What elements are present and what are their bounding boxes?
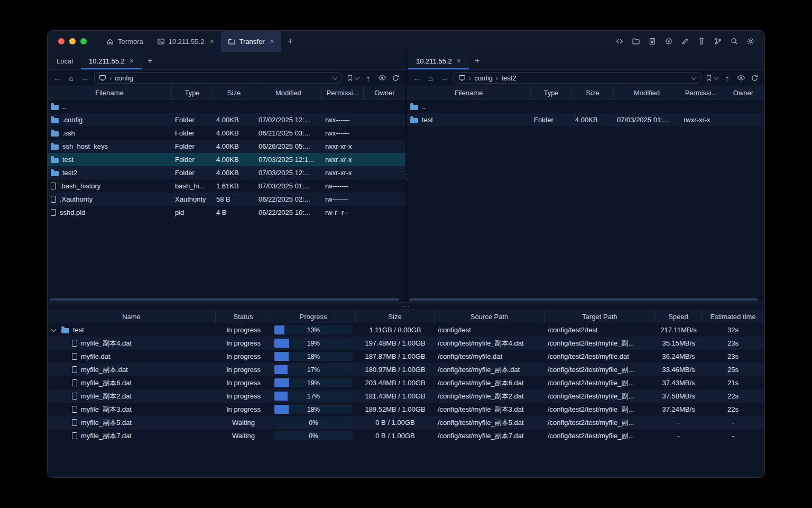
close-window-button[interactable] [58, 38, 64, 44]
filename-label: .Xauthority [60, 195, 93, 203]
column-header-owner[interactable]: Owner [722, 86, 764, 99]
column-header-permissions[interactable]: Permissi... [322, 86, 364, 99]
eye-icon[interactable] [377, 74, 386, 82]
up-directory-button[interactable]: ↑ [723, 74, 732, 82]
transfer-row[interactable]: myfile_副本5.datWaiting0%0 B / 1.00GB/conf… [48, 416, 764, 429]
path-breadcrumb[interactable]: › config [94, 72, 342, 84]
column-header-name[interactable]: Name [48, 310, 216, 323]
column-header-modified[interactable]: Modified [255, 86, 322, 99]
column-header-target-path[interactable]: Target Path [545, 310, 656, 323]
filename-label: .config [62, 116, 82, 124]
document-icon[interactable] [648, 37, 657, 46]
pencil-icon[interactable] [681, 37, 689, 46]
chevron-down-icon[interactable] [333, 75, 338, 80]
pane-new-tab-button[interactable]: + [142, 52, 158, 69]
column-header-estimated-time[interactable]: Estimated time [702, 310, 764, 323]
chevron-down-icon[interactable] [691, 75, 697, 80]
transfer-splitter[interactable] [48, 302, 764, 310]
column-header-type[interactable]: Type [172, 86, 213, 99]
horizontal-scrollbar[interactable] [409, 298, 758, 301]
estimated-time-cell: 21s [702, 379, 764, 387]
transfer-row[interactable]: myfile_副本6.datIn progress19%203.48MB / 1… [48, 376, 764, 389]
settings-icon[interactable] [746, 37, 755, 46]
column-header-permissions[interactable]: Permissi... [680, 86, 722, 99]
breadcrumb-segment[interactable]: test2 [501, 74, 516, 82]
back-button[interactable]: ← [412, 74, 421, 82]
code-icon[interactable] [615, 37, 624, 46]
branch-icon[interactable] [714, 37, 722, 46]
close-tab-icon[interactable]: × [209, 38, 214, 45]
file-row[interactable]: sshd.pidpid4 B06/22/2025 10:...rw-r--r-- [48, 206, 405, 219]
transfer-row[interactable]: myfile_副本4.datIn progress19%197.48MB / 1… [48, 337, 764, 350]
record-icon[interactable] [665, 37, 673, 46]
file-row[interactable]: testFolder4.00KB07/03/2025 12:1...rwxr-x… [48, 153, 405, 166]
column-header-status[interactable]: Status [216, 310, 271, 323]
close-tab-icon[interactable]: × [270, 38, 274, 45]
breadcrumb-segment[interactable]: config [115, 74, 133, 82]
file-row[interactable]: .. [48, 100, 405, 113]
column-header-type[interactable]: Type [531, 86, 572, 99]
new-window-tab-button[interactable]: + [281, 36, 300, 47]
home-button[interactable]: ⌂ [67, 74, 76, 82]
file-icon [72, 366, 77, 373]
search-icon[interactable] [730, 37, 739, 46]
column-header-source-path[interactable]: Source Path [435, 310, 545, 323]
type-cell: pid [172, 208, 213, 216]
column-header-size[interactable]: Size [213, 86, 255, 99]
file-row[interactable]: .sshFolder4.00KB06/21/2025 03:...rwx----… [48, 126, 405, 140]
refresh-icon[interactable] [750, 74, 759, 82]
modified-cell: 07/03/2025 12:... [255, 169, 322, 177]
file-row[interactable]: testFolder4.00KB07/03/2025 01:...rwxr-xr… [407, 113, 764, 126]
back-button[interactable]: ← [53, 74, 62, 82]
source-path-cell: /config/test/myfile_副本6.dat [435, 378, 545, 388]
horizontal-scrollbar[interactable] [50, 298, 399, 301]
bookmark-button[interactable] [705, 74, 718, 81]
eye-icon[interactable] [736, 74, 745, 82]
expander-chevron-icon[interactable] [51, 326, 57, 332]
pane-tab-host[interactable]: 10.211.55.2 × [408, 52, 469, 69]
tab-host-session[interactable]: 10.211.55.2 × [150, 31, 221, 52]
tab-transfer[interactable]: Transfer × [221, 31, 281, 52]
up-directory-button[interactable]: ↑ [364, 74, 373, 82]
column-header-speed[interactable]: Speed [656, 310, 702, 323]
pane-tab-local[interactable]: Local [49, 52, 81, 69]
bookmark-button[interactable] [346, 74, 359, 81]
refresh-icon[interactable] [391, 74, 400, 82]
transfer-row[interactable]: myfile_副本7.datWaiting0%0 B / 1.00GB/conf… [48, 429, 764, 442]
transfer-row[interactable]: testIn progress13%1.11GB / 8.00GB/config… [48, 323, 764, 337]
forward-button[interactable]: → [80, 74, 89, 82]
column-header-filename[interactable]: Filename [48, 86, 172, 99]
transfer-row[interactable]: myfile_副本3.datIn progress18%189.52MB / 1… [48, 403, 764, 416]
column-header-filename[interactable]: Filename [407, 86, 531, 99]
flashlight-icon[interactable] [697, 37, 706, 46]
status-cell: In progress [216, 366, 271, 374]
file-row[interactable]: test2Folder4.00KB07/03/2025 12:...rwxr-x… [48, 166, 405, 179]
tab-termora[interactable]: Termora [99, 31, 150, 52]
home-icon [106, 38, 114, 46]
file-row[interactable]: .bash_historybash_hi...1.61KB07/03/2025 … [48, 179, 405, 193]
file-row[interactable]: ssh_host_keysFolder4.00KB06/26/2025 05:.… [48, 140, 405, 153]
minimize-window-button[interactable] [69, 38, 76, 44]
column-header-size[interactable]: Size [572, 86, 614, 99]
path-breadcrumb[interactable]: › config › test2 [454, 72, 700, 84]
folder-icon[interactable] [632, 37, 640, 46]
file-row[interactable]: .. [407, 100, 764, 113]
pane-tab-host[interactable]: 10.211.55.2 × [81, 52, 142, 69]
column-header-size[interactable]: Size [356, 310, 435, 323]
file-row[interactable]: .configFolder4.00KB07/02/2025 12:...rwx-… [48, 113, 405, 126]
zoom-window-button[interactable] [80, 38, 87, 44]
column-header-progress[interactable]: Progress [271, 310, 356, 323]
column-header-owner[interactable]: Owner [364, 86, 405, 99]
source-path-cell: /config/test/myfile_副本2.dat [435, 392, 545, 401]
home-button[interactable]: ⌂ [426, 74, 435, 82]
breadcrumb-segment[interactable]: config [474, 74, 493, 82]
transfer-row[interactable]: myfile_副本2.datIn progress17%181.43MB / 1… [48, 389, 764, 403]
file-row[interactable]: .XauthorityXauthority58 B06/22/2025 02:.… [48, 193, 405, 206]
close-tab-icon[interactable]: × [130, 57, 134, 65]
close-tab-icon[interactable]: × [457, 57, 461, 65]
column-header-modified[interactable]: Modified [614, 86, 680, 99]
transfer-row[interactable]: myfile.datIn progress18%187.87MB / 1.00G… [48, 350, 764, 363]
pane-new-tab-button[interactable]: + [469, 52, 485, 69]
transfer-row[interactable]: myfile_副本.datIn progress17%180.97MB / 1.… [48, 363, 764, 376]
forward-button[interactable]: → [440, 74, 449, 82]
